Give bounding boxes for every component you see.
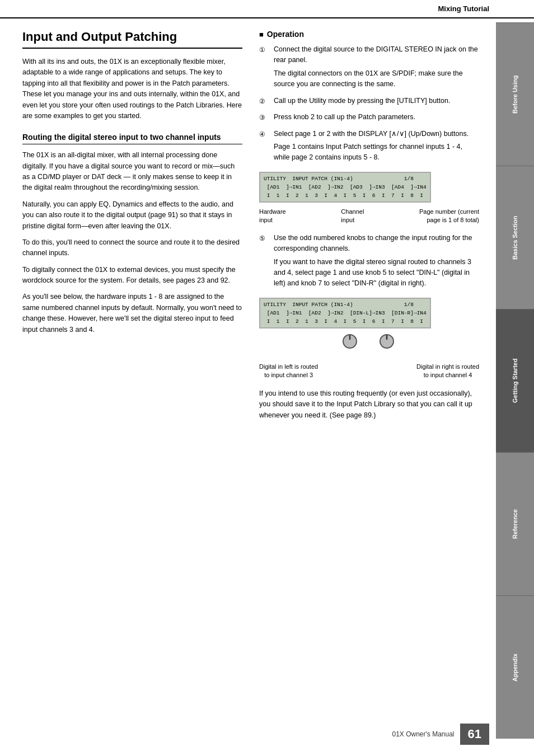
step-2-number: ② — [259, 96, 269, 107]
step-3-text: Press knob 2 to call up the Patch parame… — [274, 113, 415, 121]
step-5-content: Use the odd numbered knobs to change the… — [274, 233, 479, 289]
sidebar-tab-getting-started[interactable]: Getting Started — [496, 309, 534, 452]
step-list-2: ⑤ Use the odd numbered knobs to change t… — [259, 233, 479, 289]
right-sidebar: Before Using Basics Section Getting Star… — [496, 22, 534, 739]
sidebar-tab-reference[interactable]: Reference — [496, 452, 534, 595]
sidebar-tab-appendix[interactable]: Appendix — [496, 595, 534, 739]
intro-paragraph: With all its ins and outs, the 01X is an… — [22, 57, 242, 121]
lcd1-caption-hardware: Hardwareinput — [259, 208, 286, 224]
lcd2-caption-left: Digital in left is routedto input channe… — [259, 363, 318, 379]
knob-5 — [342, 334, 358, 351]
lcd1-caption-page: Page number (currentpage is 1 of 8 total… — [419, 208, 479, 224]
step-1-note: The digital connectors on the 01X are S/… — [274, 68, 479, 90]
lcd-display-2: UTILITY INPUT PATCH (IN1-4) 1/8 [AD1 ]→I… — [259, 298, 431, 329]
knob-row — [259, 334, 479, 355]
left-para-2: Naturally, you can apply EQ, Dynamics an… — [22, 199, 242, 232]
step-1-number: ① — [259, 44, 269, 90]
step-4: ④ Select page 1 or 2 with the DISPLAY [∧… — [259, 129, 479, 163]
step-list: ① Connect the digital source to the DIGI… — [259, 44, 479, 163]
header-title: Mixing Tutorial — [438, 4, 489, 13]
step-1: ① Connect the digital source to the DIGI… — [259, 44, 479, 90]
left-para-5: As you'll see below, the hardware inputs… — [22, 292, 242, 335]
step-2-content: Call up the Utility mode by pressing the… — [274, 96, 479, 107]
step-1-text: Connect the digital source to the DIGITA… — [274, 45, 478, 64]
sidebar-tab-before-using[interactable]: Before Using — [496, 22, 534, 166]
step-4-note: Page 1 contains Input Patch settings for… — [274, 142, 479, 163]
lcd1-line2: [AD1 ]→IN1 [AD2 ]→IN2 [AD3 ]→IN3 [AD4 ]→… — [264, 183, 427, 191]
lcd-display-1: UTILITY INPUT PATCH (IN1-4) 1/8 [AD1 ]→I… — [259, 172, 431, 203]
step-5-number: ⑤ — [259, 233, 269, 289]
knob-5-icon — [342, 334, 358, 349]
page-footer: 01X Owner's Manual 61 — [0, 724, 534, 745]
left-section-heading: Routing the digital stereo input to two … — [22, 133, 242, 144]
step-1-content: Connect the digital source to the DIGITA… — [274, 44, 479, 90]
step-5-note: If you want to have the digital stereo s… — [274, 257, 479, 289]
step-5-text: Use the odd numbered knobs to change the… — [274, 234, 472, 252]
step-3-content: Press knob 2 to call up the Patch parame… — [274, 112, 479, 123]
left-para-3: To do this, you'll need to connect the s… — [22, 237, 242, 259]
step-5: ⑤ Use the odd numbered knobs to change t… — [259, 233, 479, 289]
lcd1-captions: Hardwareinput Channelinput Page number (… — [259, 208, 479, 224]
left-para-4: To digitally connect the 01X to external… — [22, 265, 242, 287]
page-number: 61 — [460, 724, 489, 745]
step-2-text: Call up the Utility mode by pressing the… — [274, 97, 450, 105]
lcd-display-1-wrapper: UTILITY INPUT PATCH (IN1-4) 1/8 [AD1 ]→I… — [259, 169, 479, 224]
step-4-content: Select page 1 or 2 with the DISPLAY [∧/∨… — [274, 129, 479, 163]
main-content: Input and Output Patching With all its i… — [0, 18, 496, 438]
sidebar-tab-basics[interactable]: Basics Section — [496, 166, 534, 309]
footer-manual-text: 01X Owner's Manual — [392, 730, 455, 738]
lcd1-caption-channel: Channelinput — [341, 208, 364, 224]
lcd1-line1: UTILITY INPUT PATCH (IN1-4) 1/8 — [264, 175, 427, 183]
step-2: ② Call up the Utility mode by pressing t… — [259, 96, 479, 107]
lcd2-line1: UTILITY INPUT PATCH (IN1-4) 1/8 — [264, 300, 427, 309]
right-column: Operation ① Connect the digital source t… — [259, 30, 479, 426]
step-3: ③ Press knob 2 to call up the Patch para… — [259, 112, 479, 123]
step-3-number: ③ — [259, 112, 269, 123]
page-title: Input and Output Patching — [22, 30, 242, 49]
lcd2-caption-right: Digital in right is routedto input chann… — [416, 363, 479, 379]
lcd2-captions: Digital in left is routedto input channe… — [259, 363, 479, 379]
left-para-1: The 01X is an all-digital mixer, with al… — [22, 150, 242, 194]
page-header: Mixing Tutorial — [0, 0, 534, 18]
knob-7 — [379, 334, 395, 351]
left-column: Input and Output Patching With all its i… — [22, 30, 242, 426]
lcd2-line2: [AD1 ]→IN1 [AD2 ]→IN2 [DIN-L]→IN3 [DIN-R… — [264, 309, 427, 317]
step-4-text: Select page 1 or 2 with the DISPLAY [∧/∨… — [274, 130, 469, 138]
lcd-display-2-wrapper: UTILITY INPUT PATCH (IN1-4) 1/8 [AD1 ]→I… — [259, 295, 479, 379]
final-note: If you intend to use this routing freque… — [259, 388, 479, 421]
lcd1-line3: I 1 I 2 1 3 I 4 I 5 I 6 I 7 I 8 I — [264, 191, 427, 200]
lcd2-line3: I 1 I 2 1 3 I 4 I 5 I 6 I 7 I 8 I — [264, 317, 427, 326]
step-4-number: ④ — [259, 129, 269, 163]
operation-heading: Operation — [259, 30, 479, 39]
knob-7-icon — [379, 334, 395, 349]
